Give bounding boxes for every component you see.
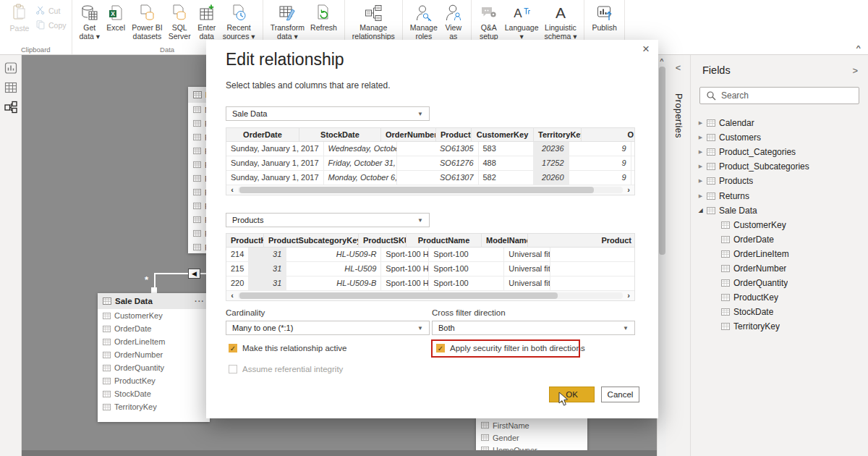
field-tree-item[interactable]: ProductKey — [691, 290, 868, 305]
ribbon-button[interactable]: Refresh — [308, 2, 339, 33]
security-filter-checkbox[interactable]: ✓ Apply security filter in both directio… — [436, 344, 585, 352]
scrollbar-thumb[interactable] — [659, 67, 665, 255]
column-header[interactable]: O — [582, 128, 635, 141]
scroll-left-icon[interactable]: ‹ — [226, 185, 238, 195]
column-header[interactable]: OrderNumber — [381, 128, 436, 141]
table-row[interactable]: Sunday, January 1, 2017 Friday, October … — [226, 156, 634, 171]
table2-selector[interactable]: Products ▼ — [226, 213, 430, 227]
search-input[interactable] — [721, 90, 853, 101]
column-header[interactable]: ProductKey — [226, 234, 264, 247]
ribbon-button[interactable]: X Excel — [103, 2, 128, 33]
table-row[interactable]: 220 31 HL-U509-B Sport-100 Helmet, Blue … — [226, 276, 634, 291]
scroll-right-icon[interactable]: › — [623, 185, 634, 195]
ribbon-button[interactable]: Publish — [590, 2, 618, 33]
collapse-fields-icon[interactable]: > — [852, 65, 858, 76]
table-row[interactable]: Sunday, January 1, 2017 Monday, October … — [226, 171, 634, 185]
ribbon-button[interactable]: View as — [441, 2, 466, 41]
field-tree-item[interactable]: Product_Subcategories — [691, 159, 868, 174]
column-header[interactable]: ProductSKU — [359, 234, 407, 247]
expand-icon[interactable] — [696, 207, 705, 214]
column-header[interactable]: OrderDate — [226, 128, 299, 141]
card-field[interactable]: StockDate — [98, 387, 210, 400]
column-header[interactable]: TerritoryKey — [534, 128, 582, 141]
field-tree-item[interactable]: Products — [691, 174, 868, 188]
expand-icon[interactable] — [696, 120, 705, 126]
scrollbar-thumb[interactable] — [239, 292, 558, 299]
checkbox-checked-icon[interactable]: ✓ — [229, 344, 237, 352]
column-header[interactable]: CustomerKey — [472, 128, 534, 141]
ribbon-button[interactable]: Recent sources ▾ — [221, 2, 258, 41]
expand-icon[interactable] — [696, 149, 705, 155]
field-tree-item[interactable]: OrderNumber — [691, 261, 868, 276]
field-tree-item[interactable]: OrderQuantity — [691, 276, 868, 290]
cross-filter-dropdown[interactable]: Both ▼ — [432, 321, 635, 335]
card-field[interactable]: TerritoryKey — [98, 400, 210, 413]
expand-icon[interactable] — [696, 164, 705, 169]
sale-data-card-header[interactable]: Sale Data ··· — [98, 293, 210, 309]
canvas-scroll-area[interactable] — [22, 450, 657, 456]
card-field[interactable]: Gender — [476, 431, 587, 444]
table1-selector[interactable]: Sale Data ▼ — [226, 106, 430, 121]
field-tree-item[interactable]: OrderLineItem — [691, 247, 868, 261]
field-tree-item[interactable]: Product_Categories — [691, 145, 868, 159]
card-menu-icon[interactable]: ··· — [195, 297, 205, 305]
field-tree-item[interactable]: Customers — [691, 130, 868, 145]
field-tree-item[interactable]: Returns — [691, 188, 868, 203]
card-field[interactable]: OrderDate — [98, 322, 210, 335]
card-field[interactable]: OrderQuantity — [98, 361, 210, 374]
ribbon-button[interactable]: SQL Server — [166, 2, 193, 41]
cancel-button[interactable]: Cancel — [601, 387, 639, 402]
collapse-ribbon-icon[interactable]: ^ — [856, 44, 861, 51]
column-header[interactable]: ProductName — [407, 234, 482, 247]
expand-properties-icon[interactable]: < — [666, 55, 690, 73]
cut-button[interactable]: Cut — [35, 5, 67, 17]
relationship-line[interactable] — [154, 273, 210, 274]
ribbon-button[interactable]: Manage relationships — [350, 2, 397, 41]
table-row[interactable]: 214 31 HL-U509-R Sport-100 Helmet, Red S… — [226, 248, 634, 262]
sale-data-card[interactable]: Sale Data ··· CustomerKey OrderDate — [98, 293, 210, 422]
scroll-right-icon[interactable]: › — [623, 291, 634, 300]
column-header[interactable]: StockDate — [299, 128, 381, 141]
expand-icon[interactable] — [696, 178, 705, 184]
column-header[interactable]: ProductKey — [436, 128, 472, 141]
ribbon-button[interactable]: A Language ▾ — [503, 2, 541, 41]
ribbon-button[interactable]: Transform data ▾ — [268, 2, 307, 41]
card-field[interactable]: OrderLineItem — [98, 335, 210, 348]
checkbox-checked-icon[interactable]: ✓ — [436, 344, 445, 352]
field-tree-item[interactable]: StockDate — [691, 305, 868, 319]
ok-button[interactable]: OK — [549, 387, 595, 402]
ribbon-button[interactable]: Enter data — [195, 2, 219, 41]
scroll-left-icon[interactable]: ‹ — [226, 291, 238, 300]
card-field[interactable]: CustomerKey — [98, 309, 210, 322]
close-icon[interactable]: × — [642, 43, 650, 55]
card-field[interactable]: ProductKey — [98, 374, 210, 387]
table2-hscrollbar[interactable]: ‹ › — [226, 291, 634, 300]
fields-search[interactable] — [699, 87, 859, 104]
expand-icon[interactable] — [696, 135, 705, 140]
card-field[interactable]: FirstName — [476, 419, 587, 431]
field-tree-item[interactable]: CustomerKey — [691, 218, 868, 232]
copy-button[interactable]: Copy — [35, 20, 67, 31]
model-view-button[interactable] — [0, 94, 21, 114]
field-tree-item[interactable]: TerritoryKey — [691, 319, 868, 334]
scroll-up-icon[interactable]: ^ — [658, 55, 666, 64]
relationship-active-checkbox[interactable]: ✓ Make this relationship active — [229, 344, 346, 352]
ribbon-button[interactable]: Manage roles — [408, 2, 440, 41]
column-header[interactable]: ModelName — [482, 234, 528, 247]
table-row[interactable]: Sunday, January 1, 2017 Wednesday, Octob… — [226, 142, 634, 156]
paste-button[interactable]: Paste — [5, 2, 34, 33]
field-tree-item[interactable]: OrderDate — [691, 232, 868, 247]
report-view-button[interactable] — [0, 55, 21, 75]
scrollbar-thumb[interactable] — [239, 187, 594, 193]
column-header[interactable]: ProductSubcategoryKey — [264, 234, 359, 247]
card-field[interactable]: OrderNumber — [98, 348, 210, 361]
field-tree-item[interactable]: Sale Data — [691, 203, 868, 218]
table1-hscrollbar[interactable]: ‹ › — [226, 185, 634, 195]
expand-icon[interactable] — [696, 193, 705, 199]
properties-pane[interactable]: < Properties — [666, 55, 691, 456]
data-view-button[interactable] — [0, 75, 21, 94]
cardinality-dropdown[interactable]: Many to one (*:1) ▼ — [226, 321, 430, 335]
ribbon-button[interactable]: Power BI datasets — [129, 2, 165, 41]
field-tree-item[interactable]: Calendar — [691, 116, 868, 130]
ribbon-button[interactable]: Get data ▾ — [77, 2, 103, 41]
